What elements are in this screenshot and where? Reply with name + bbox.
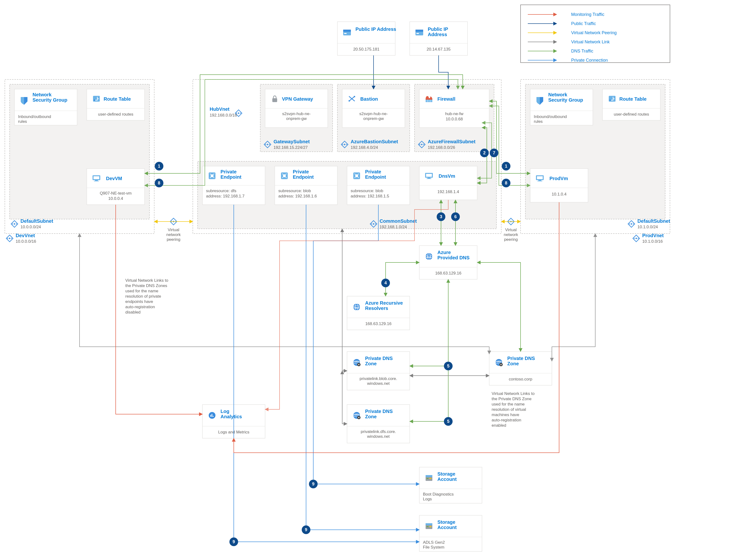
svg-text:1: 1 — [505, 164, 507, 169]
dns-icon — [353, 304, 360, 310]
legend-item: Virtual Network Peering — [571, 30, 617, 35]
svg-text:StorageAccount: StorageAccount — [437, 471, 457, 482]
svg-text:Virtualnetworkpeering: Virtualnetworkpeering — [166, 228, 181, 242]
svg-text:10.0.0.0/16: 10.0.0.0/16 — [16, 239, 36, 244]
legend-item: Public Traffic — [571, 21, 596, 26]
svg-text:Route Table: Route Table — [619, 96, 647, 102]
bastion: Bastion s2svpn-hub-ne-onprem-gw — [342, 89, 405, 128]
svg-text:Q907-NE-test-vm: Q907-NE-test-vm — [100, 191, 132, 196]
svg-text:6: 6 — [454, 214, 457, 219]
svg-text:3: 3 — [440, 214, 442, 219]
svg-text:8: 8 — [158, 181, 160, 185]
public-ip-icon — [416, 30, 423, 35]
legend-item: Monitoring Traffic — [571, 12, 604, 17]
private-endpoint-icon — [281, 172, 288, 179]
log-analytics-icon — [209, 412, 216, 419]
svg-rect-123 — [530, 169, 588, 202]
storage-account-icon — [426, 475, 432, 481]
svg-text:2: 2 — [483, 150, 486, 155]
svg-text:10.0.0.4: 10.0.0.4 — [108, 196, 123, 201]
svg-text:1: 1 — [158, 164, 160, 169]
svg-text:subresource: blob: subresource: blob — [351, 188, 383, 193]
svg-text:8: 8 — [505, 181, 507, 185]
svg-text:10.1.0.0/16: 10.1.0.0/16 — [642, 239, 663, 244]
svg-text:9: 9 — [233, 540, 235, 544]
svg-text:contoso.corp: contoso.corp — [509, 377, 532, 381]
vnet-icon — [11, 220, 18, 227]
private-endpoint-icon — [209, 172, 216, 179]
svg-text:address: 192.168.1.6: address: 192.168.1.6 — [278, 194, 317, 199]
svg-text:user-defined routes: user-defined routes — [614, 112, 649, 116]
pdns-corp: Private DNSZone contoso.corp — [489, 352, 552, 385]
svg-text:File System: File System — [423, 545, 445, 550]
svg-text:ProdVm: ProdVm — [550, 176, 568, 181]
resource-value: 20.50.175.181 — [353, 47, 380, 51]
prod-vm: ProdVm 10.1.0.4 — [530, 169, 588, 202]
svg-text:DefaultSubnet: DefaultSubnet — [21, 218, 53, 224]
svg-text:CommonSubnet: CommonSubnet — [380, 218, 417, 224]
svg-text:VPN Gateway: VPN Gateway — [282, 96, 313, 102]
legend: Monitoring Traffic Public Traffic Virtua… — [521, 5, 670, 63]
svg-text:10.0.0.68: 10.0.0.68 — [446, 117, 463, 121]
route-table-icon — [609, 96, 616, 102]
svg-text:AzureBastionSubnet: AzureBastionSubnet — [351, 139, 398, 144]
route-table-icon — [93, 96, 100, 102]
svg-text:10.1.0.4: 10.1.0.4 — [552, 192, 566, 197]
route-table-prod: Route Table user-defined routes — [602, 89, 660, 120]
svg-rect-107 — [419, 166, 477, 200]
svg-text:DefaultSubnet: DefaultSubnet — [637, 218, 670, 224]
dev-vnet: NetworkSecurity Group Inbound/outboundru… — [5, 79, 154, 244]
legend-item: DNS Traffic — [571, 49, 593, 54]
svg-text:HubVnet: HubVnet — [210, 106, 230, 112]
azure-provided-dns: AzureProvided DNS 168.63.129.16 — [419, 246, 477, 279]
svg-text:subresource: blob: subresource: blob — [278, 188, 311, 193]
svg-text:Route Table: Route Table — [104, 96, 131, 102]
legend-item: Private Connection — [571, 58, 608, 63]
pe-blob2: PrivateEndpoint subresource: blob addres… — [347, 166, 410, 205]
svg-text:DevVnet: DevVnet — [16, 233, 35, 238]
svg-text:Firewall: Firewall — [437, 96, 455, 102]
architecture-diagram: DNS DNS Monitoring Traffic Public Traffi… — [0, 0, 756, 556]
svg-text:subresource: dfs: subresource: dfs — [206, 188, 236, 193]
private-endpoint-icon — [353, 172, 360, 179]
svg-text:Bastion: Bastion — [360, 96, 378, 102]
nsg-prod: NetworkSecurity Group Inbound/outboundru… — [530, 89, 593, 125]
pe-blob: PrivateEndpoint subresource: blob addres… — [275, 166, 337, 205]
vpn-gateway: VPN Gateway s2svpn-hub-ne-onprem-gw — [265, 89, 328, 128]
azure-recursive-resolvers: Azure RecursiveResolvers 168.63.129.16 — [347, 296, 410, 330]
public-ip-icon — [343, 30, 351, 35]
note-left: Virtual Network Links to the Private DNS… — [125, 278, 169, 314]
hub-vnet: HubVnet 192.168.0.0/16 VPN Gateway s2svp… — [193, 79, 501, 234]
svg-text:9: 9 — [312, 482, 315, 486]
firewall: Firewall hub-ne-fw 10.0.0.68 — [419, 89, 489, 128]
svg-text:192.168.0.0/26: 192.168.0.0/26 — [428, 145, 455, 150]
svg-text:5: 5 — [447, 363, 450, 369]
svg-text:s2svpn-hub-ne-onprem-gw: s2svpn-hub-ne-onprem-gw — [359, 111, 388, 121]
dns-vm: DnsVm 192.168.1.4 — [419, 166, 477, 200]
svg-text:192.168.0.0/16: 192.168.0.0/16 — [210, 113, 237, 117]
svg-text:5: 5 — [447, 419, 450, 424]
vnet-icon — [6, 235, 13, 242]
svg-text:user-defined routes: user-defined routes — [98, 112, 133, 116]
prod-vnet: NetworkSecurity Group Inbound/outboundru… — [521, 79, 670, 244]
svg-text:9: 9 — [305, 527, 307, 532]
svg-text:GatewaySubnet: GatewaySubnet — [273, 139, 310, 144]
storage-account-icon — [426, 523, 432, 529]
note-right: Virtual Network Links to the Private DNS… — [492, 391, 536, 428]
dev-vm: DevVM Q907-NE-test-vm 10.0.0.4 — [87, 169, 144, 205]
svg-text:ADLS Gen2: ADLS Gen2 — [423, 540, 445, 545]
svg-text:4: 4 — [384, 281, 387, 285]
resource-title: Public IP Address — [356, 27, 396, 32]
svg-text:StorageAccount: StorageAccount — [437, 519, 457, 530]
svg-text:hub-ne-fw: hub-ne-fw — [445, 111, 463, 116]
svg-text:Virtualnetworkpeering: Virtualnetworkpeering — [504, 228, 518, 242]
svg-text:7: 7 — [493, 150, 495, 155]
svg-text:DnsVm: DnsVm — [438, 173, 455, 179]
storage-boot: StorageAccount Boot DiagnosticsLogs — [419, 467, 482, 503]
pdns-blob: Private DNSZone privatelink.blob.core.wi… — [347, 352, 410, 390]
pdns-dfs: Private DNSZone privatelink.dfs.core.win… — [347, 405, 410, 443]
svg-text:DevVM: DevVM — [106, 176, 122, 181]
svg-text:10.0.0.0/24: 10.0.0.0/24 — [21, 225, 41, 229]
svg-text:address: 192.168.1.7: address: 192.168.1.7 — [206, 194, 244, 199]
resource-value: 20.14.67.135 — [427, 47, 451, 51]
